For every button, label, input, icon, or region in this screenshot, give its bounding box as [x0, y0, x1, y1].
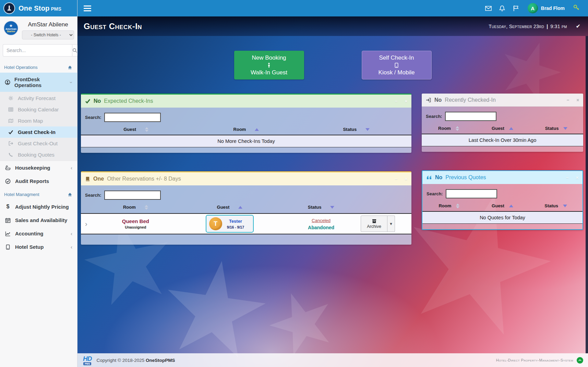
- column-room[interactable]: Room: [93, 205, 178, 210]
- column-room[interactable]: Room: [422, 203, 476, 208]
- panel-title: Other Reservations +/- 8 Days: [107, 176, 181, 182]
- home-icon[interactable]: [68, 192, 72, 197]
- column-room[interactable]: Room: [422, 126, 476, 131]
- page-datetime: Tuesday, September 23rd|9:31 pm: [489, 24, 567, 29]
- brand-name: One Stop: [19, 4, 50, 12]
- column-status[interactable]: Status: [529, 203, 583, 208]
- sign-out-icon: [8, 141, 14, 146]
- quotes-table-header: Room Guest Status: [422, 202, 583, 211]
- expected-check-ins-panel: No Expected Check-Ins − × Search:: [81, 94, 411, 153]
- self-check-in-button[interactable]: Self Check-In Kiosk / Mobile: [362, 51, 432, 79]
- column-guest[interactable]: Guest: [476, 126, 529, 131]
- panel-count: No: [94, 98, 101, 104]
- sign-in-icon: [426, 97, 431, 103]
- minimize-icon[interactable]: −: [395, 99, 398, 104]
- hotel-name: AmStar Abilene: [28, 21, 68, 28]
- other-search-input[interactable]: [104, 191, 161, 200]
- home-icon[interactable]: [68, 65, 72, 70]
- archive-dropdown-caret[interactable]: ▼: [387, 216, 395, 232]
- guest-name: Tester: [227, 219, 244, 224]
- section-label: Hotel Operations: [4, 65, 38, 70]
- sidebar-item-label: Guest Check-Out: [18, 140, 58, 146]
- scroll-to-top-button[interactable]: [577, 357, 583, 364]
- panel-search: Search:: [422, 110, 583, 124]
- new-booking-label: New Booking: [252, 54, 286, 61]
- sidebar-item-hotel-setup[interactable]: Hotel Setup ‹: [0, 240, 77, 254]
- hotel-logo-line1: American: [5, 28, 16, 30]
- panel-title: Expected Check-Ins: [104, 98, 153, 104]
- row-expand-chevron-icon[interactable]: ›: [81, 220, 93, 228]
- notifications-bell-icon[interactable]: [495, 5, 509, 12]
- sidebar-item-frontdesk-operations[interactable]: FrontDesk Operations ›: [0, 73, 77, 92]
- expected-search-input[interactable]: [104, 113, 161, 122]
- sidebar-item-audit-reports[interactable]: Audit Reports: [0, 174, 77, 188]
- minimize-icon[interactable]: −: [567, 97, 569, 102]
- sidebar-search-button[interactable]: [72, 44, 78, 57]
- page-title: Guest Check-In: [84, 22, 142, 31]
- sidebar-item-housekeeping[interactable]: Housekeeping ‹: [0, 161, 77, 174]
- status-canceled-link[interactable]: Canceled: [312, 218, 331, 223]
- switch-hotels-select[interactable]: - Switch Hotels -: [22, 30, 74, 39]
- chevron-left-icon: ‹: [71, 165, 72, 171]
- room-assignment: Unassigned: [93, 225, 178, 229]
- archive-button[interactable]: Archive: [361, 216, 387, 232]
- close-icon[interactable]: ×: [576, 175, 578, 180]
- chevron-left-icon: ‹: [71, 231, 72, 236]
- column-status[interactable]: Status: [301, 127, 411, 132]
- quotes-search-input[interactable]: [446, 189, 497, 198]
- status-abandoned: Abandoned: [281, 225, 361, 230]
- previous-quotes-header: No Previous Quotes − ×: [422, 171, 583, 184]
- column-status[interactable]: Status: [281, 205, 361, 210]
- status-cell: Canceled Abandoned: [281, 217, 361, 230]
- chart-line-icon: [5, 231, 11, 236]
- sidebar-item-adjust-nightly-pricing[interactable]: $ Adjust Nightly Pricing: [0, 200, 77, 213]
- sidebar-search-input[interactable]: [3, 44, 72, 57]
- sidebar-item-guest-check-in[interactable]: Guest Check-In: [0, 126, 77, 138]
- column-guest[interactable]: Guest: [81, 127, 191, 132]
- sidebar-item-accounting[interactable]: Accounting ‹: [0, 227, 77, 240]
- sidebar-item-sales-and-availability[interactable]: Sales and Availability: [0, 213, 77, 227]
- recent-table-header: Room Guest Status: [422, 124, 583, 134]
- star-icon: ★: [9, 24, 13, 28]
- sidebar-item-booking-quotes[interactable]: Booking Quotes: [0, 149, 77, 160]
- archive-label: Archive: [367, 224, 381, 229]
- flag-icon[interactable]: [509, 5, 523, 12]
- scrollbar[interactable]: [586, 36, 588, 353]
- column-room[interactable]: Room: [191, 127, 301, 132]
- recent-search-input[interactable]: [445, 112, 496, 121]
- sort-asc-icon: [509, 127, 513, 130]
- header-check-icon[interactable]: ✔: [576, 23, 580, 29]
- brand-title[interactable]: One StopPMS: [19, 4, 61, 12]
- new-booking-button[interactable]: New Booking Walk-In Guest: [234, 51, 304, 79]
- user-name: Brad Flom: [541, 5, 565, 11]
- avatar-letter: A: [531, 5, 535, 11]
- sidebar-item-booking-calendar[interactable]: Booking Calendar: [0, 104, 77, 115]
- copyright-brand: OneStopPMS: [146, 358, 175, 363]
- minimize-icon[interactable]: −: [395, 176, 398, 182]
- sort-asc-icon: [509, 205, 513, 207]
- hd-logo-text: HD: [83, 355, 92, 362]
- messages-envelope-icon[interactable]: [482, 5, 495, 12]
- close-icon[interactable]: ×: [576, 97, 579, 102]
- dashboard-content: New Booking Walk-In Guest Self Check-In …: [77, 36, 588, 353]
- panel-search: Search:: [81, 188, 411, 203]
- guest-card[interactable]: T Tester 9/16 - 9/17: [206, 215, 254, 233]
- key-icon[interactable]: [573, 4, 580, 12]
- sidebar-item-room-map[interactable]: Room Map: [0, 115, 77, 126]
- page-header: Guest Check-In Tuesday, September 23rd|9…: [77, 16, 588, 36]
- user-menu[interactable]: A Brad Flom: [528, 3, 565, 13]
- close-icon[interactable]: ×: [405, 176, 407, 182]
- column-guest[interactable]: Guest: [178, 205, 281, 210]
- column-guest[interactable]: Guest: [476, 203, 529, 208]
- column-status[interactable]: Status: [529, 126, 583, 131]
- main-area: A Brad Flom Guest Check-In Tuesday, Sept…: [77, 0, 588, 367]
- frontdesk-submenu: Activity Forecast Booking Calendar Room …: [0, 92, 77, 161]
- close-icon[interactable]: ×: [405, 99, 407, 104]
- hamburger-menu-icon[interactable]: [84, 5, 91, 11]
- sidebar-item-label: Activity Forecast: [18, 95, 56, 101]
- hd-pms-logo[interactable]: HD PMS: [83, 355, 92, 365]
- sidebar-item-activity-forecast[interactable]: Activity Forecast: [0, 93, 77, 104]
- sidebar-item-label: FrontDesk Operations: [14, 76, 62, 88]
- sidebar-item-guest-check-out[interactable]: Guest Check-Out: [0, 138, 77, 149]
- minimize-icon[interactable]: −: [566, 175, 569, 180]
